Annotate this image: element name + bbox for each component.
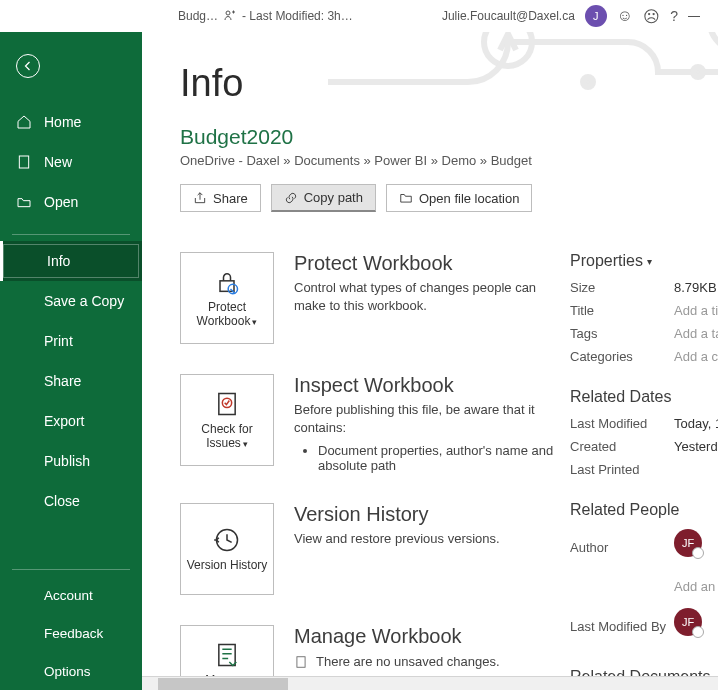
sidebar-item-export[interactable]: Export bbox=[0, 401, 142, 441]
info-panel: Info Budget2020 OneDrive - Daxel » Docum… bbox=[142, 32, 718, 690]
open-icon bbox=[16, 194, 32, 210]
created-label: Created bbox=[570, 439, 674, 454]
sidebar-item-label: Feedback bbox=[44, 626, 103, 641]
prop-size-value: 8.79KB bbox=[674, 280, 718, 295]
version-history-tile[interactable]: Version History bbox=[180, 503, 274, 595]
modifier-avatar: JF bbox=[674, 608, 702, 636]
backstage-sidebar: Home New Open Info Save a Copy Print Sha… bbox=[0, 32, 142, 690]
sidebar-item-label: Export bbox=[44, 413, 84, 429]
created-value: Yesterda bbox=[674, 439, 718, 454]
prop-categories-label: Categories bbox=[570, 349, 674, 364]
sidebar-item-feedback[interactable]: Feedback bbox=[0, 614, 142, 652]
last-modified-text: - Last Modified: 3h… bbox=[242, 9, 353, 23]
sidebar-item-label: Open bbox=[44, 194, 78, 210]
chevron-down-icon: ▾ bbox=[252, 317, 257, 327]
sidebar-item-publish[interactable]: Publish bbox=[0, 441, 142, 481]
user-avatar[interactable]: J bbox=[585, 5, 607, 27]
history-icon bbox=[213, 526, 241, 554]
minimize-button[interactable] bbox=[688, 16, 700, 17]
chevron-down-icon: ▾ bbox=[243, 439, 248, 449]
protect-desc: Control what types of changes people can… bbox=[294, 279, 570, 315]
sidebar-item-print[interactable]: Print bbox=[0, 321, 142, 361]
sidebar-item-share[interactable]: Share bbox=[0, 361, 142, 401]
author-label: Author bbox=[570, 540, 674, 555]
related-people-header: Related People bbox=[570, 501, 718, 519]
related-dates-header: Related Dates bbox=[570, 388, 718, 406]
inspect-title: Inspect Workbook bbox=[294, 374, 570, 397]
protect-workbook-tile[interactable]: Protect Workbook▾ bbox=[180, 252, 274, 344]
manage-title: Manage Workbook bbox=[294, 625, 570, 648]
inspect-item: Document properties, author's name and a… bbox=[318, 443, 570, 473]
copy-path-button[interactable]: Copy path bbox=[271, 184, 376, 212]
user-email[interactable]: Julie.Foucault@Daxel.ca bbox=[442, 9, 575, 23]
version-title: Version History bbox=[294, 503, 570, 526]
share-button[interactable]: Share bbox=[180, 184, 261, 212]
prop-tags-value[interactable]: Add a ta bbox=[674, 326, 718, 341]
properties-header[interactable]: Properties▾ bbox=[570, 252, 718, 270]
new-icon bbox=[16, 154, 32, 170]
document-icon bbox=[294, 655, 308, 669]
sidebar-item-info[interactable]: Info bbox=[0, 241, 142, 281]
smile-feedback-icon[interactable]: ☺ bbox=[617, 7, 633, 25]
file-name: Budget2020 bbox=[180, 125, 718, 149]
sidebar-item-label: Account bbox=[44, 588, 93, 603]
manage-desc: There are no unsaved changes. bbox=[316, 654, 500, 669]
workbook-icon bbox=[213, 641, 241, 669]
breadcrumb[interactable]: OneDrive - Daxel » Documents » Power BI … bbox=[180, 153, 718, 168]
last-printed-value bbox=[674, 462, 718, 477]
sidebar-item-options[interactable]: Options bbox=[0, 652, 142, 690]
back-button[interactable] bbox=[16, 54, 40, 78]
prop-title-label: Title bbox=[570, 303, 674, 318]
sidebar-item-close[interactable]: Close bbox=[0, 481, 142, 521]
sidebar-item-save-a-copy[interactable]: Save a Copy bbox=[0, 281, 142, 321]
last-printed-label: Last Printed bbox=[570, 462, 674, 477]
svg-rect-11 bbox=[219, 645, 235, 666]
link-icon bbox=[284, 191, 298, 205]
last-modified-by-value[interactable]: JF bbox=[674, 608, 718, 636]
folder-icon bbox=[399, 191, 413, 205]
last-modified-value: Today, 1 bbox=[674, 416, 718, 431]
sidebar-item-label: Share bbox=[44, 373, 81, 389]
scroll-thumb[interactable] bbox=[158, 678, 288, 690]
home-icon bbox=[16, 114, 32, 130]
sidebar-item-label: Print bbox=[44, 333, 73, 349]
sidebar-separator bbox=[12, 569, 130, 570]
doc-short-name: Budg… bbox=[178, 9, 218, 23]
share-icon-small[interactable] bbox=[224, 9, 236, 24]
sidebar-item-home[interactable]: Home bbox=[0, 102, 142, 142]
prop-categories-value[interactable]: Add a c bbox=[674, 349, 718, 364]
title-bar: Budg… - Last Modified: 3h… Julie.Foucaul… bbox=[0, 0, 718, 32]
sidebar-item-label: Home bbox=[44, 114, 81, 130]
sidebar-item-label: Close bbox=[44, 493, 80, 509]
last-modified-by-label: Last Modified By bbox=[570, 619, 674, 634]
chevron-down-icon: ▾ bbox=[647, 256, 652, 267]
prop-tags-label: Tags bbox=[570, 326, 674, 341]
sidebar-item-label: Publish bbox=[44, 453, 90, 469]
svg-point-0 bbox=[226, 11, 230, 15]
inspect-desc: Before publishing this file, be aware th… bbox=[294, 401, 570, 437]
last-modified-label: Last Modified bbox=[570, 416, 674, 431]
help-button[interactable]: ? bbox=[670, 8, 678, 24]
version-desc: View and restore previous versions. bbox=[294, 530, 570, 548]
check-icon bbox=[213, 390, 241, 418]
share-icon bbox=[193, 191, 207, 205]
sidebar-item-open[interactable]: Open bbox=[0, 182, 142, 222]
prop-title-value[interactable]: Add a ti bbox=[674, 303, 718, 318]
sidebar-item-account[interactable]: Account bbox=[0, 576, 142, 614]
sidebar-item-label: New bbox=[44, 154, 72, 170]
sidebar-item-label: Info bbox=[47, 253, 70, 269]
frown-feedback-icon[interactable]: ☹ bbox=[643, 7, 660, 26]
open-file-location-button[interactable]: Open file location bbox=[386, 184, 532, 212]
author-avatar: JF bbox=[674, 529, 702, 557]
svg-rect-12 bbox=[297, 657, 305, 668]
add-author-link[interactable]: Add an bbox=[674, 579, 718, 594]
protect-title: Protect Workbook bbox=[294, 252, 570, 275]
svg-rect-1 bbox=[19, 156, 28, 168]
sidebar-item-label: Options bbox=[44, 664, 91, 679]
horizontal-scrollbar[interactable] bbox=[142, 676, 718, 690]
sidebar-item-new[interactable]: New bbox=[0, 142, 142, 182]
sidebar-separator bbox=[12, 234, 130, 235]
sidebar-item-label: Save a Copy bbox=[44, 293, 124, 309]
author-value[interactable]: JF bbox=[674, 529, 718, 557]
check-for-issues-tile[interactable]: Check for Issues▾ bbox=[180, 374, 274, 466]
